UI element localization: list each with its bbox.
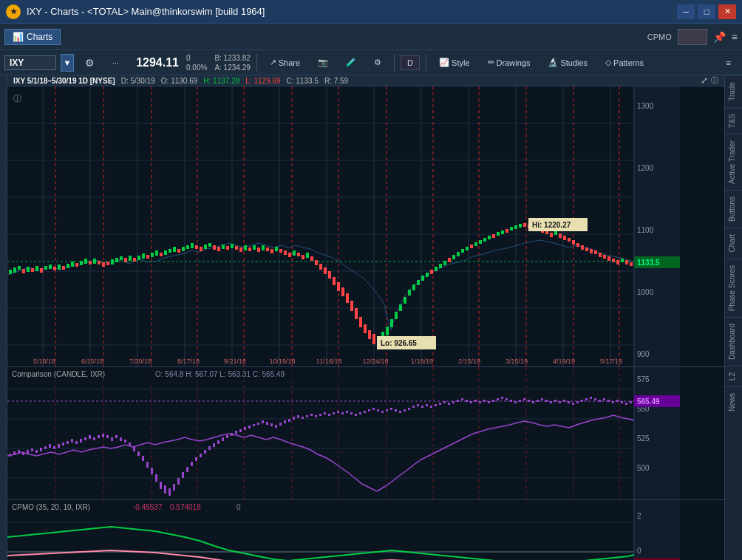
svg-rect-113 xyxy=(359,317,362,327)
svg-rect-127 xyxy=(421,276,424,281)
svg-rect-240 xyxy=(93,437,95,440)
cpmo-chart[interactable]: CPMO (35, 20, 10, IXR) -0.45537 0.574018… xyxy=(7,500,724,560)
svg-rect-37 xyxy=(22,269,25,273)
svg-rect-251 xyxy=(142,456,144,461)
svg-rect-62 xyxy=(133,258,136,262)
symbol-dropdown[interactable]: ▼ xyxy=(61,54,74,72)
svg-rect-141 xyxy=(483,238,486,242)
study-button[interactable]: 🧪 xyxy=(339,55,363,70)
svg-rect-112 xyxy=(355,308,358,319)
svg-text:525: 525 xyxy=(637,434,650,443)
svg-text:1200: 1200 xyxy=(637,164,654,172)
sidebar-item-ts[interactable]: T&S xyxy=(725,107,742,134)
style-button[interactable]: 📈 Style xyxy=(432,55,476,70)
share-button[interactable]: ↗ Share xyxy=(263,55,307,70)
svg-text:6/15/18: 6/15/18 xyxy=(81,358,103,365)
more-button[interactable]: ··· xyxy=(106,55,126,70)
svg-rect-139 xyxy=(474,242,477,246)
svg-rect-71 xyxy=(173,247,176,252)
svg-rect-83 xyxy=(226,246,229,250)
svg-text:0.574018: 0.574018 xyxy=(170,503,201,511)
svg-rect-126 xyxy=(417,280,420,285)
svg-rect-353 xyxy=(594,398,596,400)
svg-rect-134 xyxy=(452,255,455,259)
svg-rect-269 xyxy=(222,437,224,441)
drawings-icon: ✏ xyxy=(488,58,494,67)
symbol-input[interactable] xyxy=(4,55,56,70)
range-val: R: 7.59 xyxy=(324,77,348,85)
svg-rect-94 xyxy=(275,247,278,251)
svg-rect-78 xyxy=(204,245,207,249)
svg-text:8/17/18: 8/17/18 xyxy=(177,358,200,365)
svg-rect-301 xyxy=(364,411,366,413)
svg-rect-41 xyxy=(40,268,43,273)
menu-button[interactable]: ≡ xyxy=(732,31,738,43)
sidebar-item-l2[interactable]: L2 xyxy=(725,366,742,386)
more-options-button[interactable]: ≡ xyxy=(720,55,738,70)
sidebar-item-phase-scores[interactable]: Phase Scores xyxy=(725,259,742,317)
maximize-button[interactable]: □ xyxy=(698,4,715,19)
svg-rect-129 xyxy=(430,270,433,274)
svg-rect-262 xyxy=(191,462,193,466)
sidebar-item-dashboard[interactable]: Dashboard xyxy=(725,317,742,366)
patterns-button[interactable]: ◇ Patterns xyxy=(599,55,650,70)
svg-rect-278 xyxy=(262,420,264,423)
info-icon[interactable]: ⓘ xyxy=(711,75,718,86)
sidebar-item-news[interactable]: News xyxy=(725,386,742,417)
svg-text:Comparison (CANDLE, IXR): Comparison (CANDLE, IXR) xyxy=(12,370,105,378)
settings-button[interactable]: ⚙ xyxy=(78,54,101,72)
svg-rect-125 xyxy=(412,284,415,290)
bid-ask: B: 1233.82 A: 1234.29 xyxy=(214,53,250,72)
svg-rect-234 xyxy=(67,441,69,444)
svg-rect-271 xyxy=(231,433,233,436)
svg-text:575: 575 xyxy=(637,375,650,383)
svg-rect-226 xyxy=(31,448,33,451)
svg-rect-119 xyxy=(386,327,389,335)
svg-rect-136 xyxy=(461,249,464,253)
svg-rect-171 xyxy=(616,260,619,264)
sidebar-item-active-trader[interactable]: Active Trader xyxy=(725,134,742,190)
sidebar-item-trade[interactable]: Trade xyxy=(725,75,742,107)
drawings-button[interactable]: ✏ Drawings xyxy=(481,55,537,70)
svg-rect-121 xyxy=(395,312,398,319)
price-chart[interactable]: 5/18/18 6/15/18 7/20/18 8/17/18 9/21/18 … xyxy=(7,86,724,367)
studies-label: Studies xyxy=(560,58,588,67)
svg-rect-124 xyxy=(408,290,411,296)
svg-rect-73 xyxy=(182,247,185,251)
expand-icon[interactable]: ⤢ xyxy=(701,75,708,86)
svg-rect-55 xyxy=(102,262,105,267)
gear-button[interactable]: ⚙ xyxy=(367,55,388,70)
sidebar-item-buttons[interactable]: Buttons xyxy=(725,190,742,228)
pin-button[interactable]: 📌 xyxy=(713,31,726,43)
cpmo-box xyxy=(678,29,707,45)
svg-rect-40 xyxy=(35,266,38,271)
svg-rect-275 xyxy=(248,426,251,428)
svg-rect-97 xyxy=(288,253,291,257)
comparison-chart[interactable]: Comparison (CANDLE, IXR) O: 564.8 H: 567… xyxy=(7,367,724,500)
svg-rect-144 xyxy=(497,232,500,236)
studies-button[interactable]: 🔬 Studies xyxy=(541,55,594,70)
charts-button[interactable]: 📊 Charts xyxy=(4,29,61,45)
svg-text:0: 0 xyxy=(637,547,641,555)
d-button[interactable]: D xyxy=(401,55,420,70)
svg-text:7/20/18: 7/20/18 xyxy=(129,358,152,365)
minimize-button[interactable]: ─ xyxy=(677,4,695,19)
svg-rect-310 xyxy=(404,409,406,412)
svg-rect-164 xyxy=(585,247,588,251)
svg-rect-223 xyxy=(18,450,20,454)
svg-rect-250 xyxy=(137,451,140,456)
svg-rect-34 xyxy=(9,270,12,274)
title-bar: ★ IXY - Charts - <TOTAL> Main@thinkorswi… xyxy=(0,0,742,24)
camera-button[interactable]: 📷 xyxy=(311,55,335,70)
sep3 xyxy=(426,54,426,72)
svg-rect-243 xyxy=(106,435,109,438)
svg-rect-237 xyxy=(80,439,82,443)
svg-text:12/24/18: 12/24/18 xyxy=(362,358,388,365)
svg-rect-49 xyxy=(75,263,78,267)
svg-rect-85 xyxy=(235,246,238,250)
svg-rect-75 xyxy=(191,243,194,248)
sidebar-item-chart[interactable]: Chart xyxy=(725,228,742,258)
close-button[interactable]: ✕ xyxy=(718,4,736,19)
svg-rect-101 xyxy=(306,253,309,258)
svg-rect-233 xyxy=(62,443,64,445)
